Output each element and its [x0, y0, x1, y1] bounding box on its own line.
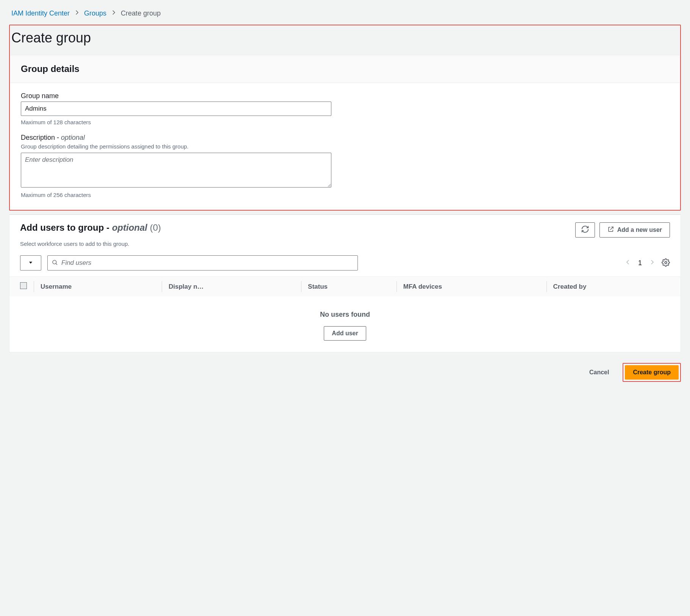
settings-button[interactable]	[662, 258, 670, 268]
col-username[interactable]: Username	[34, 277, 162, 296]
refresh-button[interactable]	[575, 222, 595, 238]
add-users-panel: Add users to group - optional (0) Add a …	[9, 214, 681, 352]
search-icon	[52, 259, 58, 267]
col-display-name[interactable]: Display n…	[162, 277, 301, 296]
chevron-right-icon	[73, 9, 80, 18]
page-prev-button[interactable]	[624, 259, 631, 267]
pagination: 1	[624, 259, 656, 267]
breadcrumb-link-groups[interactable]: Groups	[84, 9, 106, 17]
page-next-button[interactable]	[649, 259, 656, 267]
add-new-user-label: Add a new user	[617, 227, 662, 233]
group-details-panel: Group details Group name Maximum of 128 …	[10, 55, 680, 210]
description-input[interactable]	[21, 153, 331, 188]
search-wrap	[47, 255, 358, 270]
add-users-title: Add users to group - optional (0)	[20, 222, 161, 233]
page-number: 1	[636, 259, 644, 267]
group-name-label: Group name	[21, 92, 669, 100]
breadcrumb-current: Create group	[121, 9, 161, 17]
breadcrumb-link-iam-identity-center[interactable]: IAM Identity Center	[11, 9, 70, 17]
refresh-icon	[581, 225, 589, 235]
svg-point-1	[53, 260, 56, 264]
users-count: (0)	[150, 222, 161, 233]
svg-point-3	[665, 261, 667, 264]
add-user-button[interactable]: Add user	[324, 326, 366, 341]
highlighted-create-group-section: Create group Group details Group name Ma…	[9, 25, 681, 211]
search-input[interactable]	[58, 257, 354, 269]
caret-down-icon	[28, 260, 33, 266]
description-hint: Maximum of 256 characters	[21, 192, 669, 198]
chevron-right-icon	[110, 9, 117, 18]
add-new-user-button[interactable]: Add a new user	[599, 222, 670, 238]
group-details-title: Group details	[21, 64, 669, 74]
svg-marker-0	[29, 261, 32, 263]
description-label: Description - optional	[21, 134, 669, 142]
users-table: Username Display n… Status MFA devices C…	[9, 277, 681, 352]
empty-message: No users found	[9, 311, 681, 319]
empty-state: No users found Add user	[9, 296, 681, 352]
col-created-by[interactable]: Created by	[546, 277, 681, 296]
gear-icon	[662, 258, 670, 268]
description-help: Group description detailing the permissi…	[21, 143, 669, 150]
filter-dropdown[interactable]	[20, 255, 41, 270]
create-group-button[interactable]: Create group	[625, 365, 679, 380]
breadcrumb: IAM Identity Center Groups Create group	[11, 9, 681, 18]
footer-actions: Cancel Create group	[9, 363, 681, 382]
svg-line-2	[56, 263, 57, 265]
external-link-icon	[607, 226, 614, 234]
col-mfa-devices[interactable]: MFA devices	[397, 277, 546, 296]
add-users-subtitle: Select workforce users to add to this gr…	[9, 241, 681, 252]
select-all-checkbox[interactable]	[20, 282, 27, 289]
cancel-button[interactable]: Cancel	[582, 365, 617, 380]
page-title: Create group	[11, 30, 679, 46]
group-name-input[interactable]	[21, 102, 331, 116]
col-status[interactable]: Status	[301, 277, 397, 296]
group-name-hint: Maximum of 128 characters	[21, 119, 669, 125]
